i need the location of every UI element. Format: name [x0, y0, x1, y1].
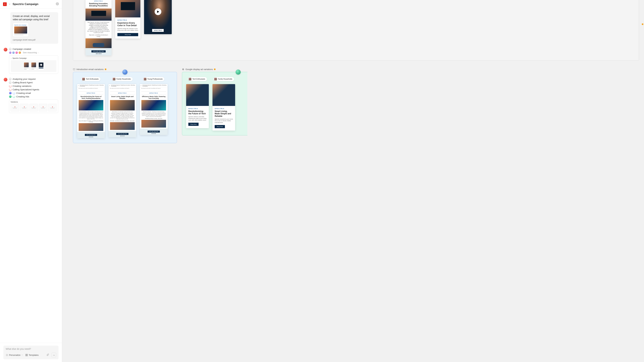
mail-icon — [73, 68, 75, 70]
send-button[interactable]: → — [52, 353, 56, 357]
status-campaign-created: Campaign created — [9, 48, 58, 50]
input-placeholder: What else do you need? — [6, 348, 56, 350]
agent-avatar — [4, 48, 8, 51]
email-agent-orb — [122, 69, 128, 75]
status-creating-ads: Creating Ads — [9, 95, 58, 98]
spinner-icon — [13, 92, 15, 94]
audience-chip-family: Family Households — [112, 77, 132, 81]
svg-rect-6 — [73, 68, 75, 70]
user-prompt-card: Create an email, display, and social vid… — [10, 12, 58, 44]
status-indicator — [105, 68, 106, 70]
variations-label: Variations — [10, 101, 57, 103]
top-artifacts-zone: SPECTRIX Redefining Innovation, Elevatin… — [73, 0, 639, 61]
svg-rect-2 — [26, 354, 26, 355]
status-indicator — [642, 23, 643, 25]
play-icon — [155, 8, 161, 15]
svg-rect-4 — [26, 355, 26, 356]
ad-heading: Experience Every Color in True Detail — [118, 22, 138, 27]
reasoning-row: See reasoning — [9, 51, 58, 54]
display-ad-original[interactable]: SPECTRIX Experience Every Color in True … — [115, 0, 140, 38]
chat-input[interactable]: What else do you need? Personalize Templ… — [3, 346, 58, 359]
audience-chip-tech: Tech Enthusiasts — [188, 77, 207, 81]
svg-rect-3 — [27, 354, 28, 355]
check-circle-icon — [9, 48, 12, 50]
social-icons — [87, 53, 110, 54]
see-reasoning-link[interactable]: See reasoning — [23, 51, 39, 54]
personalize-button[interactable]: Personalize — [6, 354, 23, 356]
page-title: Spectrix Campaign — [12, 2, 54, 6]
email-image-2 — [86, 38, 112, 48]
display-variation-tech[interactable]: Tech Enthusiasts SPECTRIX Revolutionizin… — [186, 77, 209, 131]
campaign-preview-card[interactable]: Spectrix Campaign — [9, 55, 58, 74]
app-logo[interactable]: I — [3, 2, 7, 6]
audience-chip-tech: Tech Enthusiasts — [82, 77, 100, 81]
email-heading: Redefining Innovation, Elevating Possibi… — [88, 2, 110, 7]
attachment-filename: campaign-brief-new.pdf — [13, 38, 56, 41]
brand-tag: SPECTRIX — [118, 19, 138, 21]
ads-agent-orb — [236, 69, 241, 75]
email-variation-tech[interactable]: Tech Enthusiasts Introducing Spectrix: R… — [77, 77, 105, 138]
chat-sidebar: I Spectrix Campaign Create an email, dis… — [0, 0, 62, 362]
email-agent-orb — [9, 92, 12, 94]
agent-orb-blue — [12, 51, 14, 54]
agent-orb-purple — [9, 51, 12, 54]
email-body: Meet Spectrix, the future of smart elect… — [86, 21, 112, 34]
brand-tag: SPECTRIX — [88, 0, 110, 2]
ad-subtext: Spectrix brings the cinema to your livin… — [118, 28, 138, 31]
video-brand-chip: SPECTRIX — [152, 29, 164, 32]
status-creating-email: Creating email — [9, 92, 58, 94]
audience-chip-family: Family Households — [214, 77, 234, 81]
status-creating-variations: Creating variations — [9, 85, 58, 87]
ad-hero-image — [212, 84, 235, 106]
svg-rect-5 — [27, 355, 28, 356]
email-hero-image — [86, 8, 112, 21]
explore-button: EXPLORE SPECTRIX — [92, 50, 106, 52]
spinner-icon — [9, 85, 12, 87]
status-specialized-agents: Calling Specialized Agents — [9, 88, 58, 91]
svg-point-1 — [7, 355, 8, 355]
chat-body: Create an email, display, and social vid… — [0, 8, 62, 343]
sidebar-footer: What else do you need? Personalize Templ… — [0, 343, 62, 362]
ads-agent-orb — [9, 95, 12, 98]
agent-orb-orange — [18, 51, 21, 54]
attachment-icon[interactable] — [46, 354, 49, 357]
display-variation-family[interactable]: Family Households SPECTRIX Smart Living,… — [212, 77, 235, 131]
video-topline: every moment — [146, 0, 161, 0]
agent-avatar — [4, 78, 8, 81]
spinner-icon — [13, 95, 15, 98]
prompt-text: Create an email, display, and social vid… — [13, 14, 56, 21]
status-brand-agent: Calling Brand Agent — [9, 81, 58, 84]
chevron-down-icon[interactable] — [8, 3, 11, 6]
check-circle-icon — [9, 81, 12, 84]
google-icon: G — [182, 68, 184, 70]
sidebar-header: I Spectrix Campaign — [0, 0, 62, 8]
gear-icon[interactable] — [56, 2, 59, 6]
agent-message-2: Analyzing your request Calling Brand Age… — [4, 78, 58, 113]
email-variations-zone: Tech Enthusiasts Introducing Spectrix: R… — [73, 72, 177, 143]
svg-point-0 — [57, 3, 58, 4]
ad-hero-image — [115, 0, 140, 17]
templates-button[interactable]: Templates — [25, 354, 38, 356]
status-indicator — [214, 68, 216, 70]
shop-now-button: Shop Now — [188, 123, 198, 126]
shop-now-button: Shop Now — [118, 33, 138, 36]
check-circle-icon — [9, 78, 12, 80]
display-variations-zone: Tech Enthusiasts SPECTRIX Revolutionizin… — [182, 72, 247, 135]
variations-preview-card[interactable]: Variations — [9, 99, 58, 113]
thumb-caption: Spectrix new campaign — [14, 24, 27, 26]
canvas: SPECTRIX Redefining Innovation, Elevatin… — [62, 0, 644, 362]
email-tagline: Stay tuned—something revolutionary is co… — [86, 34, 112, 38]
email-variation-family[interactable]: Family Households Introducing Spectrix: … — [108, 77, 136, 138]
video-ad-original[interactable]: every moment SPECTRIX — [144, 0, 172, 34]
shop-now-button: Shop Now — [215, 125, 225, 128]
ad-hero-image — [186, 84, 209, 106]
audience-chip-young: Young Professionals — [143, 77, 164, 81]
thumb-image — [14, 26, 27, 33]
email-variation-young[interactable]: Young Professionals Introducing Spectrix… — [140, 77, 168, 138]
agent-orb-pink — [16, 51, 18, 54]
spinner-icon — [9, 88, 12, 91]
agent-message-1: Campaign created See reasoning Spectrix … — [4, 48, 58, 74]
email-artifact-original[interactable]: SPECTRIX Redefining Innovation, Elevatin… — [86, 0, 112, 55]
attachment-thumbnail[interactable]: Spectrix new campaign — [13, 23, 29, 37]
status-analyzing: Analyzing your request — [9, 78, 58, 80]
